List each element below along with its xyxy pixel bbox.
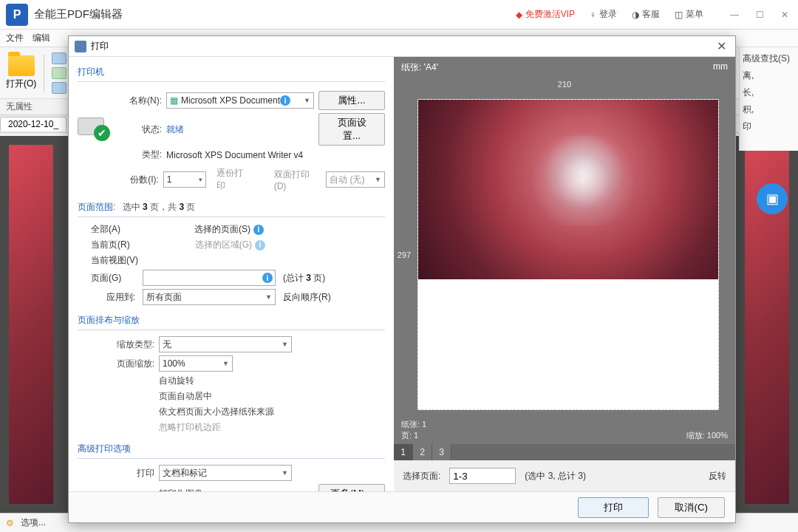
select-pages-label: 选择页面: [403,470,440,482]
open-button[interactable]: 打开(O) [6,55,36,90]
collate-checkbox[interactable]: 逐份打印 [216,167,252,192]
vip-label: 免费激活VIP [525,8,575,21]
info-icon[interactable]: i [262,273,273,283]
select-pages-summary: (选中 3, 总计 3) [525,470,586,482]
menu-icon: ◫ [675,10,683,20]
support-link[interactable]: ◑ 客服 [632,8,660,21]
menu-edit[interactable]: 编辑 [33,32,50,44]
page-height: 297 [398,250,411,259]
sidebar-item[interactable]: 离, [743,67,795,84]
dialog-titlebar: 打印 ✕ [69,36,735,57]
ruler-horizontal: 210 [394,78,735,93]
dialog-title: 打印 [91,40,109,52]
range-current-radio[interactable]: 当前页(R) [91,239,130,251]
printer-name-value: Microsoft XPS Document [181,95,280,106]
sidebar-item[interactable]: 长, [743,84,795,101]
duplex-select[interactable]: 自动 (无)▼ [326,171,385,188]
dialog-footer: 打印 取消(C) [69,491,735,522]
unit-label: mm [713,61,728,74]
print-preview-panel: 纸张: 'A4' mm 210 297 纸张: 1 页: 1 缩放: 100% … [394,57,735,491]
info-icon[interactable]: i [253,225,264,235]
dialog-close-button[interactable]: ✕ [714,39,729,53]
login-link[interactable]: ♀ 登录 [590,8,617,21]
preview-tab-2[interactable]: 2 [413,444,432,460]
right-sidebar: 高级查找(S) 离, 长, 积, 印 [739,47,798,151]
scale-type-select[interactable]: 无▼ [159,336,292,352]
preview-tab-1[interactable]: 1 [394,444,413,460]
chevron-down-icon: ▼ [279,469,288,477]
chevron-down-icon: ▼ [262,293,272,301]
document-tab[interactable]: 2020-12-10_ [0,117,66,131]
tool-icon[interactable] [52,67,66,79]
headset-icon: ◑ [632,10,639,20]
print-what-value: 文档和标记 [163,467,207,480]
info-icon: i [255,240,265,250]
zoom-label: 缩放: 100% [686,430,728,441]
selected-region-radio[interactable]: 选择的区域(G) [195,239,252,251]
range-view-radio[interactable]: 当前视图(V) [91,254,138,267]
minimize-button[interactable]: — [727,10,742,20]
duplex-label: 双面打印(D) [274,168,322,191]
range-all-radio[interactable]: 全部(A) [91,223,120,236]
range-hd-label: 页面范围: [78,202,115,212]
ignore-margin-checkbox[interactable]: 忽略打印机边距 [159,421,385,434]
type-label: 类型: [117,149,162,161]
selected-pages-radio[interactable]: 选择的页面(S) [194,223,250,236]
chevron-down-icon: ▼ [279,341,288,348]
apply-to-select[interactable]: 所有页面▼ [143,289,276,305]
sidebar-item[interactable]: 积, [743,101,795,118]
check-icon: ✔ [94,125,110,141]
pages-total: (总计 3 页) [283,272,325,284]
apply-to-value: 所有页面 [146,291,182,304]
printer-item-icon: ▦ [170,95,178,106]
menu-link[interactable]: ◫ 菜单 [675,8,703,21]
preview-page [417,99,719,410]
menu-file[interactable]: 文件 [6,32,24,44]
auto-center-checkbox[interactable]: 页面自动居中 [159,390,385,403]
ruler-vertical: 297 [394,93,415,416]
info-icon[interactable]: i [280,95,290,106]
options-link[interactable]: 选项... [21,516,46,529]
select-pages-input[interactable] [449,468,516,484]
pages-input[interactable]: i [143,270,276,286]
properties-button[interactable]: 属性... [318,91,385,110]
sidebar-item[interactable]: 印 [743,118,795,135]
print-what-select[interactable]: 文档和标记▼ [159,465,292,481]
preview-image [418,100,718,279]
reverse-order-checkbox[interactable]: 反向顺序(R) [283,291,331,304]
tool-icon[interactable] [52,82,66,94]
more-button[interactable]: 更多(M)... [318,484,385,491]
advanced-section-header: 高级打印选项 [78,441,385,459]
page-setup-button[interactable]: 页面设置... [318,113,385,146]
printer-status-icon: ✔ [78,113,109,140]
print-button[interactable]: 打印 [578,497,649,518]
preview-tab-3[interactable]: 3 [432,444,451,460]
cancel-button[interactable]: 取消(C) [658,497,725,518]
open-label: 打开(O) [6,78,36,90]
page-width: 210 [558,80,571,89]
page-count: 页: 1 [401,430,426,441]
chevron-down-icon: ▼ [219,360,229,367]
paper-source-checkbox[interactable]: 依文档页面大小选择纸张来源 [159,406,385,418]
apply-to-label: 应用到: [91,291,135,304]
login-label: 登录 [599,8,617,21]
gear-icon: ⚙ [6,518,16,528]
page-scale-value: 100% [163,358,185,369]
float-tool-icon[interactable]: ▣ [757,183,788,214]
close-app-button[interactable]: ✕ [777,10,792,20]
reverse-link[interactable]: 反转 [709,470,726,482]
sidebar-item[interactable]: 高级查找(S) [743,50,795,67]
printer-name-label: 名称(N): [117,95,162,107]
tool-icon[interactable] [52,52,66,64]
range-pages-radio[interactable]: 页面(G) [91,272,135,284]
scale-type-label: 缩放类型: [78,338,154,351]
app-titlebar: P 全能王PDF编辑器 ◆ 免费激活VIP ♀ 登录 ◑ 客服 ◫ 菜单 — ☐… [0,0,798,30]
vip-link[interactable]: ◆ 免费激活VIP [516,8,575,21]
copies-input[interactable]: 1▾ [163,171,206,188]
folder-icon [8,55,35,76]
spinner-icon: ▾ [196,176,202,183]
printer-select[interactable]: ▦ Microsoft XPS Document i ▼ [166,92,314,109]
page-scale-select[interactable]: 100%▼ [159,355,233,372]
maximize-button[interactable]: ☐ [752,10,767,20]
auto-rotate-checkbox[interactable]: 自动旋转 [159,375,385,387]
